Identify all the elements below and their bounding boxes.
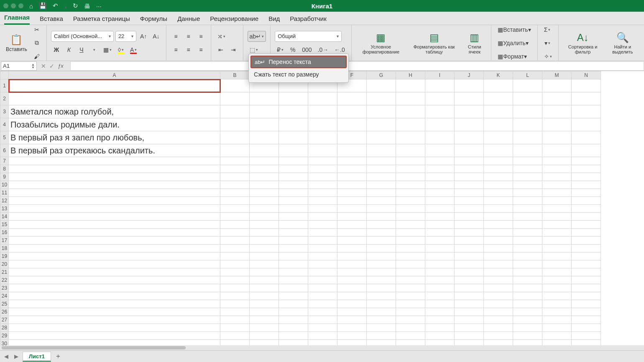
cell[interactable] (9, 324, 220, 332)
cell[interactable] (455, 118, 484, 131)
cell[interactable] (279, 276, 308, 284)
cell[interactable] (425, 105, 455, 118)
cell[interactable] (484, 105, 513, 118)
cell[interactable] (9, 268, 220, 276)
copy-icon[interactable]: ⧉ (31, 38, 42, 48)
cell[interactable] (396, 173, 425, 181)
increase-indent-icon[interactable]: ⇥ (228, 44, 239, 55)
cell[interactable] (425, 157, 455, 165)
cell[interactable] (513, 237, 542, 245)
cell[interactable] (308, 213, 337, 221)
cell[interactable] (572, 118, 601, 131)
cell[interactable] (484, 332, 513, 340)
cell[interactable] (572, 105, 601, 118)
cell[interactable] (250, 213, 279, 221)
cell[interactable] (308, 165, 337, 173)
cell[interactable] (513, 205, 542, 213)
cell[interactable] (513, 221, 542, 229)
cell[interactable] (367, 252, 396, 260)
cell[interactable]: Заметался пожар голубой, (9, 105, 220, 118)
scrollbar-thumb[interactable] (2, 346, 186, 349)
tab-insert[interactable]: Вставка (40, 15, 63, 25)
cell[interactable] (484, 237, 513, 245)
cell[interactable] (279, 237, 308, 245)
cell[interactable] (455, 221, 484, 229)
cell[interactable] (367, 300, 396, 308)
cell[interactable]: В первый раз отрекаюсь скандалить. (9, 144, 220, 157)
save-icon[interactable]: 💾 (39, 2, 47, 10)
confirm-edit-icon[interactable]: ✓ (49, 63, 54, 69)
cell[interactable] (250, 181, 279, 189)
column-header[interactable]: L (513, 71, 542, 79)
cell[interactable] (367, 308, 396, 316)
cell[interactable] (513, 308, 542, 316)
align-left-icon[interactable]: ≡ (171, 44, 181, 55)
cell[interactable] (337, 165, 367, 173)
cell[interactable] (396, 324, 425, 332)
cell[interactable] (337, 260, 367, 268)
row-header[interactable]: 29 (0, 332, 9, 340)
spreadsheet-grid[interactable]: ABCDEFGHIJKLMN123Заметался пожар голубой… (0, 71, 644, 350)
cell[interactable] (337, 173, 367, 181)
cell[interactable] (455, 205, 484, 213)
column-header[interactable]: J (455, 71, 484, 79)
cell[interactable]: В первый раз я запел про любовь, (9, 131, 220, 144)
cell[interactable] (425, 165, 455, 173)
cell[interactable] (367, 205, 396, 213)
cell[interactable] (542, 245, 572, 252)
cell[interactable] (367, 229, 396, 237)
cell[interactable] (572, 173, 601, 181)
cell[interactable] (367, 268, 396, 276)
align-center-icon[interactable]: ≡ (183, 44, 194, 55)
cell[interactable] (396, 118, 425, 131)
row-header[interactable]: 4 (0, 118, 9, 131)
cell[interactable] (572, 131, 601, 144)
cell[interactable] (455, 213, 484, 221)
cell[interactable] (250, 205, 279, 213)
cell[interactable] (367, 324, 396, 332)
redo-icon[interactable]: ↻ (73, 2, 78, 10)
cell[interactable] (220, 144, 250, 157)
row-header[interactable]: 6 (0, 144, 9, 157)
cell[interactable] (455, 131, 484, 144)
cell[interactable] (484, 221, 513, 229)
fill-button[interactable]: ▾ (542, 38, 553, 48)
horizontal-scrollbar[interactable] (0, 345, 644, 350)
cell[interactable] (425, 92, 455, 105)
cell[interactable] (337, 284, 367, 292)
cell[interactable] (308, 144, 337, 157)
cell[interactable] (250, 131, 279, 144)
cell[interactable] (455, 316, 484, 324)
cell[interactable] (572, 252, 601, 260)
font-family-combo[interactable]: Calibri (Основной...▾ (51, 31, 114, 42)
cell[interactable] (337, 268, 367, 276)
cell-styles-button[interactable]: ▥ Стили ячеек (462, 31, 487, 55)
cell[interactable] (455, 229, 484, 237)
cell[interactable] (484, 165, 513, 173)
cell[interactable] (367, 131, 396, 144)
cell[interactable] (542, 181, 572, 189)
cell[interactable] (308, 276, 337, 284)
cell[interactable] (484, 197, 513, 205)
cell[interactable] (513, 197, 542, 205)
cell[interactable] (220, 157, 250, 165)
cell[interactable] (425, 205, 455, 213)
cell[interactable] (542, 276, 572, 284)
cell[interactable] (337, 181, 367, 189)
row-header[interactable]: 19 (0, 252, 9, 260)
cell[interactable] (513, 92, 542, 105)
cell[interactable] (9, 260, 220, 268)
font-size-combo[interactable]: 22▾ (115, 31, 136, 42)
cell[interactable] (279, 260, 308, 268)
cut-icon[interactable]: ✂ (31, 24, 42, 35)
cell[interactable] (396, 131, 425, 144)
cell[interactable] (455, 189, 484, 197)
tab-developer[interactable]: Разработчик (290, 15, 326, 25)
cell[interactable] (308, 245, 337, 252)
cell[interactable] (337, 197, 367, 205)
cell[interactable] (513, 173, 542, 181)
cell[interactable] (308, 189, 337, 197)
name-box[interactable]: A1 ▲▼ (1, 61, 37, 71)
cell[interactable] (9, 181, 220, 189)
cancel-edit-icon[interactable]: ✕ (41, 63, 46, 69)
